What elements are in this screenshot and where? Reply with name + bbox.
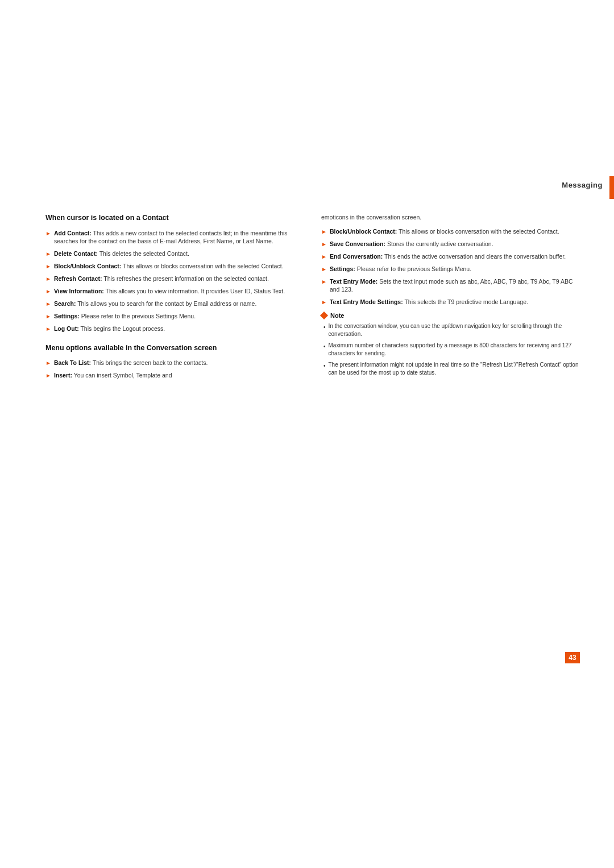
item-text: Text Entry Mode: Sets the text input mod… [330, 277, 580, 294]
list-item: ► Settings: Please refer to the previous… [321, 265, 580, 273]
bullet-arrow-icon: ► [45, 230, 51, 238]
item-label: Back To List: [54, 359, 91, 366]
note-bullet-icon: • [323, 323, 326, 331]
item-desc: This refreshes the present information o… [103, 275, 269, 282]
bullet-arrow-icon: ► [321, 265, 327, 273]
item-desc: This deletes the selected Contact. [99, 250, 189, 257]
item-desc: This allows or blocks conversation with … [399, 228, 559, 235]
list-item: ► Text Entry Mode Settings: This selects… [321, 298, 580, 306]
item-label: Insert: [54, 372, 72, 379]
item-text: Save Conversation: Stores the currently … [330, 240, 493, 248]
item-text: Back To List: This brings the screen bac… [54, 359, 208, 367]
list-item: ► Add Contact: This adds a new contact t… [45, 229, 304, 246]
item-label: Search: [54, 300, 76, 307]
item-text: Settings: Please refer to the previous S… [54, 312, 196, 321]
item-text: Text Entry Mode Settings: This selects t… [330, 298, 528, 306]
bullet-arrow-icon: ► [45, 263, 51, 271]
item-label: Delete Contact: [54, 250, 98, 257]
note-section: Note • In the conversation window, you c… [321, 312, 580, 377]
item-label: Text Entry Mode Settings: [330, 298, 403, 305]
bullet-arrow-icon: ► [321, 228, 327, 236]
list-item: ► Block/Unblock Contact: This allows or … [321, 227, 580, 236]
item-label: Log Out: [54, 325, 79, 332]
list-item: ► Settings: Please refer to the previous… [45, 312, 304, 321]
note-list: • In the conversation window, you can us… [321, 322, 580, 377]
item-text: Block/Unblock Contact: This allows or bl… [54, 262, 284, 271]
item-desc: This begins the Logout process. [80, 325, 165, 332]
note-text: Maximum number of characters supported b… [329, 342, 580, 358]
list-item: ► Save Conversation: Stores the currentl… [321, 240, 580, 248]
list-item: ► Insert: You can insert Symbol, Templat… [45, 371, 304, 380]
item-label: End Conversation: [330, 253, 383, 260]
bullet-arrow-icon: ► [45, 372, 51, 380]
item-desc: Please refer to the previous Settings Me… [357, 265, 471, 272]
item-desc: This allows or blocks conversation with … [123, 263, 283, 269]
bullet-arrow-icon: ► [45, 325, 51, 333]
item-desc: This selects the T9 predictive mode Lang… [404, 298, 528, 305]
bullet-arrow-icon: ► [45, 359, 51, 367]
item-text: End Conversation: This ends the active c… [330, 252, 566, 261]
item-label: Add Contact: [54, 230, 92, 236]
note-item: • In the conversation window, you can us… [323, 322, 580, 338]
section2-title: Menu options available in the Conversati… [45, 343, 304, 354]
bullet-arrow-icon: ► [45, 250, 51, 258]
item-text: Search: This allows you to search for th… [54, 300, 256, 308]
section1: When cursor is located on a Contact ► Ad… [45, 213, 304, 333]
item-desc: This brings the screen back to the conta… [93, 359, 208, 366]
item-label: Block/Unblock Contact: [330, 228, 397, 235]
item-desc: This allows you to view information. It … [106, 288, 285, 294]
note-item: • Maximum number of characters supported… [323, 342, 580, 358]
header-accent [609, 176, 614, 199]
intro-text: emoticons in the conversation screen. [321, 213, 580, 222]
note-item: • The present information might not upda… [323, 361, 580, 377]
item-label: Text Entry Mode: [330, 278, 377, 285]
item-label: Block/Unblock Contact: [54, 263, 121, 269]
bullet-arrow-icon: ► [321, 278, 327, 286]
section2: Menu options available in the Conversati… [45, 343, 304, 380]
list-item: ► Delete Contact: This deletes the selec… [45, 250, 304, 258]
note-text: In the conversation window, you can use … [329, 322, 580, 338]
note-bullet-icon: • [323, 362, 326, 370]
list-item: ► Log Out: This begins the Logout proces… [45, 325, 304, 333]
right-column-list: ► Block/Unblock Contact: This allows or … [321, 227, 580, 306]
bullet-arrow-icon: ► [45, 313, 51, 321]
item-text: Add Contact: This adds a new contact to … [54, 229, 304, 246]
note-diamond-icon [320, 312, 328, 319]
item-label: Save Conversation: [330, 240, 385, 247]
list-item: ► Block/Unblock Contact: This allows or … [45, 262, 304, 271]
item-desc: Please refer to the previous Settings Me… [81, 313, 196, 319]
page-container: Messaging When cursor is located on a Co… [0, 0, 614, 868]
list-item: ► View Information: This allows you to v… [45, 287, 304, 296]
note-header: Note [321, 312, 580, 319]
section1-list: ► Add Contact: This adds a new contact t… [45, 229, 304, 333]
note-bullet-icon: • [323, 343, 326, 351]
bullet-arrow-icon: ► [321, 240, 327, 248]
note-title: Note [330, 312, 344, 319]
messaging-label: Messaging [562, 181, 603, 189]
bullet-arrow-icon: ► [45, 275, 51, 283]
list-item: ► Back To List: This brings the screen b… [45, 359, 304, 367]
list-item: ► Text Entry Mode: Sets the text input m… [321, 277, 580, 294]
item-text: Refresh Contact: This refreshes the pres… [54, 275, 269, 283]
item-text: Log Out: This begins the Logout process. [54, 325, 165, 333]
content-area: When cursor is located on a Contact ► Ad… [45, 213, 580, 384]
item-desc: Stores the currently active conversation… [387, 240, 493, 247]
note-text: The present information might not update… [329, 361, 580, 377]
item-text: Settings: Please refer to the previous S… [330, 265, 471, 273]
right-column: emoticons in the conversation screen. ► … [321, 213, 580, 384]
list-item: ► Refresh Contact: This refreshes the pr… [45, 275, 304, 283]
list-item: ► Search: This allows you to search for … [45, 300, 304, 308]
bullet-arrow-icon: ► [45, 288, 51, 296]
list-item: ► End Conversation: This ends the active… [321, 252, 580, 261]
bullet-arrow-icon: ► [321, 298, 327, 306]
bullet-arrow-icon: ► [321, 253, 327, 261]
item-text: Delete Contact: This deletes the selecte… [54, 250, 189, 258]
item-label: View Information: [54, 288, 104, 294]
bullet-arrow-icon: ► [45, 300, 51, 308]
section1-title: When cursor is located on a Contact [45, 213, 304, 223]
item-text: Block/Unblock Contact: This allows or bl… [330, 227, 559, 236]
item-desc: You can insert Symbol, Template and [74, 372, 172, 379]
section2-list: ► Back To List: This brings the screen b… [45, 359, 304, 380]
item-label: Settings: [54, 313, 80, 319]
item-label: Settings: [330, 265, 355, 272]
